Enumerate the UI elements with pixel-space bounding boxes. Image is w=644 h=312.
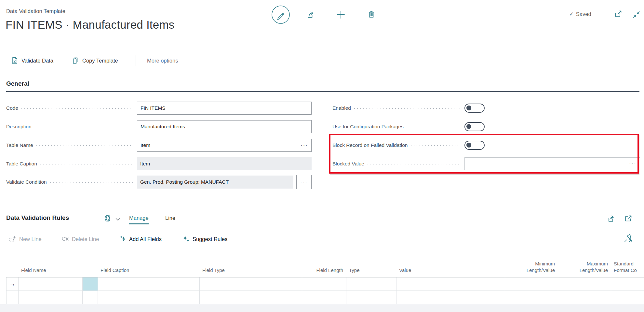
validate-data-action[interactable]: Validate Data: [11, 54, 53, 67]
delete-line-icon: [62, 236, 69, 242]
delete-line-label: Delete Line: [72, 236, 99, 242]
enabled-toggle[interactable]: [464, 104, 485, 113]
validate-data-label: Validate Data: [21, 58, 53, 64]
current-row-arrow-icon: →: [9, 280, 16, 288]
dotted-leader: [50, 182, 133, 183]
cell-maximum-length-value[interactable]: [558, 291, 611, 304]
table-name-input[interactable]: Item ···: [137, 139, 312, 152]
tab-manage[interactable]: Manage: [129, 215, 149, 224]
row-selector-cell[interactable]: [6, 291, 19, 304]
use-for-configuration-packages-label: Use for Configuration Packages: [332, 124, 404, 130]
column-header-type[interactable]: Type: [346, 248, 396, 277]
table-name-lookup-ellipsis[interactable]: ···: [301, 142, 308, 149]
grid-row-2: [6, 291, 644, 304]
cell-field-caption[interactable]: [98, 291, 200, 304]
tab-line[interactable]: Line: [165, 215, 175, 221]
column-header-minimum-length-value[interactable]: Minimum Length/Value: [505, 248, 558, 277]
dotted-leader: [36, 145, 133, 146]
field-row-table-name: Table Name Item ···: [6, 139, 312, 152]
new-button[interactable]: [336, 10, 345, 19]
validate-condition-label: Validate Condition: [6, 179, 47, 185]
add-all-fields-action[interactable]: Add All Fields: [120, 234, 162, 244]
trash-icon: [367, 10, 376, 19]
focused-cell[interactable]: [83, 277, 98, 291]
column-header-field-length[interactable]: Field Length: [302, 248, 346, 277]
general-section-heading[interactable]: General: [6, 80, 29, 87]
open-in-window-button[interactable]: [614, 10, 623, 19]
more-options-action[interactable]: More options: [147, 54, 178, 67]
delete-line-action[interactable]: Delete Line: [62, 234, 99, 244]
cell-spacer[interactable]: [83, 291, 98, 304]
page-title: FIN ITEMS · Manufactured Items: [6, 18, 174, 31]
collapse-button[interactable]: [632, 10, 640, 19]
cell-minimum-length-value[interactable]: [505, 291, 558, 304]
cell-standard-format-code[interactable]: [611, 291, 644, 304]
dotted-leader: [35, 127, 133, 127]
unpin-part-button[interactable]: [623, 234, 633, 243]
cell-minimum-length-value[interactable]: [505, 277, 558, 291]
cell-field-length[interactable]: [302, 291, 346, 304]
cell-maximum-length-value[interactable]: [558, 277, 611, 291]
copy-template-label: Copy Template: [82, 58, 118, 64]
add-all-fields-icon: [120, 235, 126, 243]
plus-icon: [336, 10, 345, 19]
page-background-strip: [0, 304, 644, 312]
cell-value[interactable]: [396, 277, 505, 291]
cell-field-name[interactable]: [19, 291, 83, 304]
validate-condition-assist-button[interactable]: ···: [296, 175, 312, 189]
column-header-spacer: [83, 248, 98, 277]
rules-grid-header: Field Name Field Caption Field Type Fiel…: [6, 248, 644, 277]
cell-value[interactable]: [396, 291, 505, 304]
cell-field-type[interactable]: [200, 291, 302, 304]
cell-field-length[interactable]: [302, 277, 346, 291]
table-name-label: Table Name: [6, 142, 33, 148]
code-label: Code: [6, 105, 18, 111]
edit-button[interactable]: [271, 5, 290, 24]
cell-field-caption[interactable]: [98, 277, 200, 291]
column-header-field-type[interactable]: Field Type: [200, 248, 302, 277]
column-header-maximum-length-value[interactable]: Maximum Length/Value: [558, 248, 611, 277]
chevron-down-icon[interactable]: [115, 218, 120, 221]
column-header-value[interactable]: Value: [396, 248, 505, 277]
cell-type[interactable]: [346, 277, 396, 291]
code-input[interactable]: FIN ITEMS: [137, 102, 312, 115]
rules-expand-button[interactable]: [624, 214, 633, 223]
column-header-selector: [6, 248, 19, 277]
suggest-rules-action[interactable]: Suggest Rules: [183, 234, 227, 244]
toggle-knob: [466, 124, 471, 129]
save-status: ✓ Saved: [569, 11, 591, 17]
rules-share-button[interactable]: [606, 214, 616, 223]
cell-type[interactable]: [346, 291, 396, 304]
validate-condition-field: Gen. Prod. Posting Group: MANUFACT: [137, 176, 293, 189]
column-header-standard-format-code[interactable]: Standard Format Co: [611, 248, 644, 277]
cell-field-type[interactable]: [200, 277, 302, 291]
delete-button[interactable]: [367, 10, 376, 19]
rules-grid: Field Name Field Caption Field Type Fiel…: [6, 248, 644, 304]
field-row-description: Description Manufactured Items: [6, 120, 312, 133]
column-header-field-caption[interactable]: Field Caption: [98, 248, 200, 277]
save-status-label: Saved: [576, 11, 591, 17]
grid-row-1: →: [6, 277, 644, 291]
cell-field-name[interactable]: [19, 277, 83, 291]
copilot-menu-button[interactable]: [102, 214, 113, 223]
use-for-configuration-packages-toggle[interactable]: [464, 122, 485, 131]
cell-standard-format-code[interactable]: [611, 277, 644, 291]
copy-template-action[interactable]: Copy Template: [72, 54, 118, 67]
actionbar-separator: [136, 55, 136, 66]
table-caption-label: Table Caption: [6, 161, 37, 167]
new-line-action[interactable]: New Line: [9, 234, 42, 244]
share-button[interactable]: [306, 10, 315, 20]
field-row-enabled: Enabled: [332, 102, 640, 115]
description-label: Description: [6, 124, 32, 130]
page-caption: Data Validation Template: [6, 8, 65, 14]
row-selector-cell[interactable]: →: [6, 277, 19, 291]
description-input[interactable]: Manufactured Items: [137, 120, 312, 133]
collapse-arrows-icon: [632, 10, 640, 19]
column-header-field-name[interactable]: Field Name: [19, 248, 83, 277]
dotted-leader: [354, 108, 461, 109]
more-options-label: More options: [147, 58, 178, 64]
open-in-window-icon: [614, 10, 623, 19]
new-line-label: New Line: [19, 236, 42, 242]
share-icon: [607, 214, 616, 223]
dotted-leader: [21, 108, 133, 109]
